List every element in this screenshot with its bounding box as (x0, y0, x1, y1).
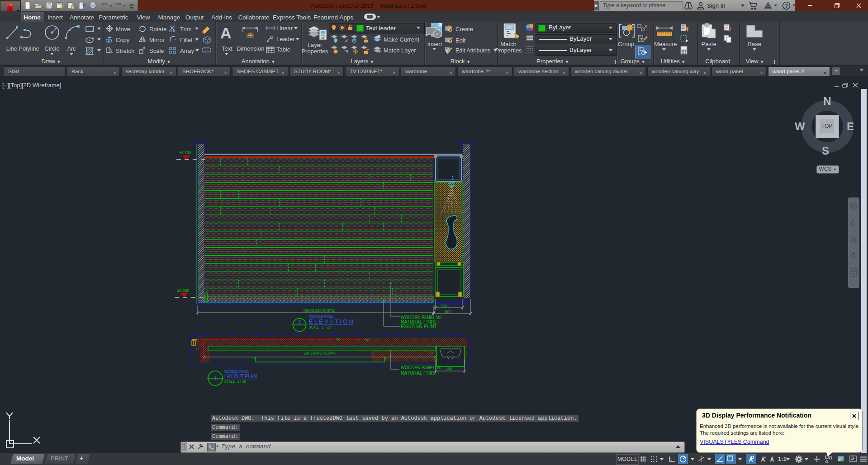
svg-text:550: 550 (441, 304, 447, 308)
svg-text:4750 (CHECK ON SITE): 4750 (CHECK ON SITE) (303, 308, 335, 313)
svg-text:1: 1 (298, 319, 301, 324)
svg-text:WOODEN PANEL W/: WOODEN PANEL W/ (401, 365, 442, 370)
svg-text:600: 600 (445, 310, 451, 314)
svg-text:+3.300: +3.300 (179, 150, 191, 155)
svg-text:NATURAL FINISH: NATURAL FINISH (401, 370, 439, 376)
svg-text:4: 4 (434, 305, 436, 309)
svg-text:?: ? (785, 3, 788, 9)
svg-text:550: 550 (446, 366, 452, 371)
svg-text:EXISTING PLINT: EXISTING PLINT (401, 324, 437, 329)
svg-text:SCALE 1 : 20: SCALE 1 : 20 (224, 379, 246, 384)
svg-text:WOODEN PANEL: WOODEN PANEL (309, 314, 334, 319)
svg-text:4750 (CHECK ON SITE): 4750 (CHECK ON SITE) (304, 352, 336, 356)
svg-text:E L E V A T I O N: E L E V A T I O N (309, 319, 353, 325)
svg-text:4: 4 (431, 351, 433, 355)
svg-text:±0.000: ±0.000 (177, 288, 189, 293)
svg-text:SCALE 1 : 20: SCALE 1 : 20 (309, 325, 331, 329)
svg-text:LAY OUT PLAN: LAY OUT PLAN (224, 373, 257, 380)
svg-text:1: 1 (214, 375, 217, 380)
